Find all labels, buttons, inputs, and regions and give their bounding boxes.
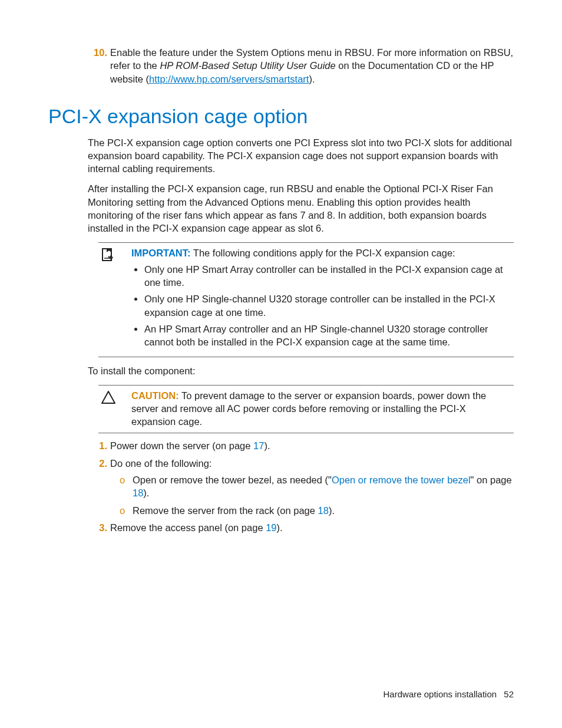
caution-text: CAUTION: To prevent damage to the server… [131,389,514,429]
page-ref-18a[interactable]: 18 [133,487,143,498]
caution-callout: CAUTION: To prevent damage to the server… [98,385,514,434]
important-item-2: Only one HP Single-channel U320 storage … [144,292,509,319]
page-ref-19[interactable]: 19 [266,522,276,533]
paragraph-2: After installing the PCI-X expansion cag… [88,182,514,235]
important-label: IMPORTANT: [131,248,191,258]
s2a-mid: " on page [471,475,512,485]
important-callout: IMPORTANT: The following conditions appl… [98,242,514,358]
step1-post: ). [264,440,270,451]
page-ref-18b[interactable]: 18 [318,505,329,516]
step-marker: 3. [91,521,107,534]
step-marker: 1. [91,439,107,452]
important-item-1: Only one HP Smart Array controller can b… [144,263,509,289]
step2-text: Do one of the following: [110,458,211,469]
install-lead: To install the component: [88,364,514,377]
footer-section: Hardware options installation [384,689,497,699]
sub-marker: o [120,473,125,486]
s2b-post: ). [329,505,335,516]
caution-icon [98,389,131,429]
caution-label: CAUTION: [131,390,179,401]
s2a-post: ). [143,487,149,498]
sub-marker: o [120,504,125,517]
install-steps: 1. Power down the server (on page 17). 2… [48,439,514,534]
important-lead: The following conditions apply for the P… [191,248,455,258]
important-bullets: Only one HP Smart Array controller can b… [131,263,509,349]
caution-body: To prevent damage to the server or expan… [131,390,486,427]
important-item-3: An HP Smart Array controller and an HP S… [144,322,509,349]
footer-page: 52 [504,689,514,699]
tower-bezel-link[interactable]: Open or remove the tower bezel [332,475,471,485]
step10-italic: HP ROM-Based Setup Utility User Guide [160,60,335,71]
step-1: 1. Power down the server (on page 17). [110,439,514,452]
important-icon [98,246,131,353]
step-marker: 2. [91,457,107,470]
step3-post: ). [277,522,283,533]
list-item-step-10: 10. Enable the feature under the System … [110,46,514,85]
important-text: IMPORTANT: The following conditions appl… [131,246,514,353]
step10-text-3: ). [309,74,315,84]
step3-pre: Remove the access panel (on page [110,522,266,533]
smartstart-link[interactable]: http://www.hp.com/servers/smartstart [149,74,309,84]
step-2-sublist: o Open or remove the tower bezel, as nee… [110,473,514,517]
step-marker: 10. [91,46,107,59]
paragraph-1: The PCI-X expansion cage option converts… [88,136,514,176]
page-ref-17[interactable]: 17 [253,440,264,451]
step-3: 3. Remove the access panel (on page 19). [110,521,514,534]
section-heading: PCI-X expansion cage option [48,103,514,130]
step-2: 2. Do one of the following: o Open or re… [110,457,514,517]
step1-pre: Power down the server (on page [110,440,253,451]
s2a-pre: Open or remove the tower bezel, as neede… [133,475,332,485]
step-2a: o Open or remove the tower bezel, as nee… [133,473,514,500]
page-footer: Hardware options installation 52 [384,689,514,700]
step-2b: o Remove the server from the rack (on pa… [133,504,514,517]
s2b-pre: Remove the server from the rack (on page [133,505,318,516]
step-10-continued: 10. Enable the feature under the System … [48,46,514,85]
